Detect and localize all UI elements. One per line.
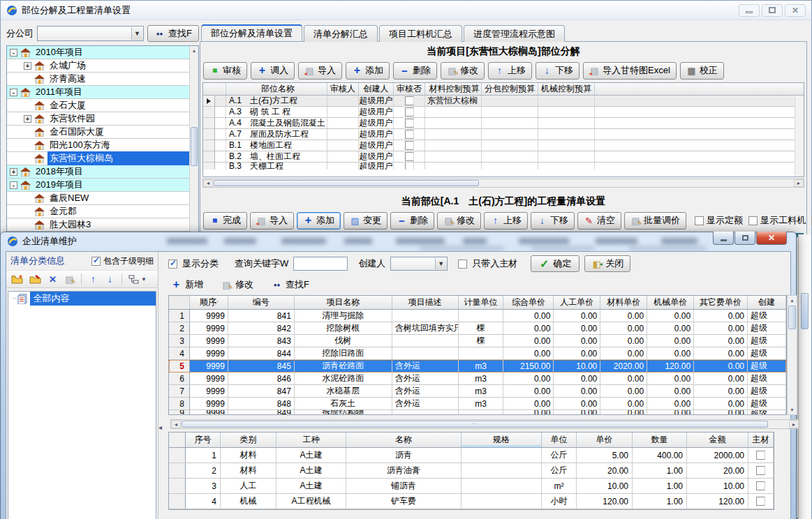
tree-toggle[interactable]: + (10, 168, 17, 176)
column-header[interactable]: 其它费单价 (694, 296, 748, 309)
part-row[interactable]: B.1 楼地面工程 超级用户 (203, 140, 804, 151)
column-header[interactable]: 计量单位 (459, 296, 504, 309)
toolbar-button[interactable]: 上移 (488, 62, 532, 80)
list-row[interactable]: 8 9999 848 石灰土 含外运 m3 0.00 0.00 0.00 0.0… (169, 398, 786, 410)
tree-item[interactable]: + 东营软件园 (7, 112, 198, 126)
list-row[interactable]: 1 9999 841 清理与掘除 0.00 0.00 0.00 0.00 0.0… (169, 310, 786, 322)
list-row[interactable]: 6 9999 846 水泥砼路面 含外运 m3 0.00 0.00 0.00 0… (169, 373, 786, 385)
audit-checkbox[interactable] (405, 107, 414, 116)
tree-toggle[interactable]: - (10, 49, 17, 57)
panel-splitter[interactable]: ◂ (158, 252, 164, 519)
toolbar-button[interactable]: 变更 (344, 212, 387, 230)
row-selector[interactable] (203, 163, 215, 170)
tree-toggle[interactable]: + (24, 62, 31, 70)
main-material-checkbox[interactable] (756, 497, 765, 506)
close-icon[interactable]: ✕ (756, 232, 787, 245)
part-row[interactable]: A.4 混凝土及钢筋混凝土 超级用户 (203, 118, 804, 129)
tree-item[interactable]: 金石大厦 (7, 99, 198, 112)
find-button[interactable]: 查找F (147, 25, 199, 42)
column-header[interactable]: 项目名称 (295, 296, 392, 309)
branch-combobox[interactable]: ▼ (37, 26, 144, 41)
toolbar-button[interactable]: 导入 (250, 212, 294, 230)
toolbar-button[interactable]: 修改 (437, 212, 481, 230)
audit-checkbox[interactable] (405, 96, 414, 105)
close-button[interactable]: 关闭 (584, 255, 630, 272)
maximize-icon[interactable] (762, 4, 783, 17)
tree-toggle[interactable] (24, 221, 31, 229)
detail-row[interactable]: 2 材料 A土建 沥青油膏 公斤 20.00 1.00 20.00 (169, 463, 774, 479)
list-grid-scrollbar[interactable]: ▲ ▼ (787, 295, 797, 415)
row-selector[interactable] (203, 107, 215, 117)
tab[interactable]: 进度管理流程示意图 (464, 25, 565, 42)
tree-item[interactable]: 阳光100东方海 (7, 139, 198, 152)
list-grid-hscrollbar[interactable]: ◄ ► ⋯ (170, 419, 799, 429)
toolbar-button[interactable]: 添加 (346, 62, 390, 80)
toolbar-button[interactable]: 批量调价 (624, 212, 686, 230)
main-material-checkbox[interactable] (756, 481, 765, 490)
edit-document-icon[interactable] (64, 274, 75, 285)
scroll-up-icon[interactable]: ▲ (190, 46, 198, 55)
list-row[interactable]: 9 9999 849 拆除结构物 0.00 0.00 0.00 0.00 0.0… (169, 410, 786, 415)
detail-row[interactable]: 1 材料 A土建 沥青 公斤 5.00 400.00 2000.00 (169, 448, 774, 463)
edit-folder-icon[interactable] (29, 275, 41, 284)
keyword-input[interactable] (293, 257, 348, 271)
audit-checkbox[interactable] (405, 119, 414, 128)
part-row[interactable]: B.3 天棚工程 超级用户 (203, 163, 804, 170)
chevron-down-icon[interactable]: ▼ (435, 258, 446, 269)
tree-toggle[interactable]: - (10, 89, 17, 96)
include-sub-checkbox[interactable] (91, 257, 101, 266)
toolbar-button[interactable]: 导入 (298, 62, 342, 80)
column-header[interactable]: 综合单价 (503, 296, 554, 309)
scroll-down-icon[interactable]: ▼ (788, 405, 797, 414)
column-header[interactable]: 编号 (228, 296, 295, 309)
row-selector[interactable] (203, 129, 215, 140)
only-main-checkbox[interactable] (458, 260, 467, 269)
toolbar-button[interactable]: 完成 (203, 212, 247, 230)
audit-checkbox[interactable] (405, 141, 414, 150)
move-up-icon[interactable] (88, 274, 98, 285)
tab[interactable]: 项目工料机汇总 (379, 25, 462, 42)
column-header[interactable]: 材料单价 (600, 296, 647, 309)
scroll-left-icon[interactable]: ◄ (171, 420, 181, 428)
toolbar-button[interactable]: 调入 (251, 62, 295, 80)
toolbar-button[interactable]: 审核 (203, 62, 247, 80)
tree-item[interactable]: + 2018年项目 (7, 165, 198, 179)
creator-combobox[interactable]: ▼ (390, 257, 448, 271)
tree-toggle[interactable]: - (10, 181, 17, 189)
row-selector[interactable] (203, 96, 215, 106)
tree-toggle[interactable] (24, 195, 31, 202)
tab[interactable]: 部位分解及清单设置 (201, 24, 302, 41)
toolbar-button[interactable]: 导入甘特图Excel (583, 62, 677, 80)
toolbar-button[interactable]: 修改 (441, 62, 485, 80)
main-material-checkbox[interactable] (756, 451, 765, 460)
minimize-icon[interactable] (713, 232, 734, 245)
tree-toggle[interactable] (24, 142, 31, 149)
row-selector[interactable] (203, 151, 215, 162)
row-selector[interactable] (203, 118, 215, 128)
close-icon[interactable]: ✕ (785, 4, 806, 17)
display-option[interactable]: 显示工料机 (748, 214, 806, 227)
tree-root-item[interactable]: ┄ 全部内容 (8, 292, 156, 306)
tree-item[interactable]: 东营恒大棕榈岛 (7, 152, 198, 165)
tree-item[interactable]: - 2011年项目 (7, 86, 198, 99)
tree-item[interactable]: 胜大园林3 (7, 218, 198, 232)
list-row[interactable]: 3 9999 843 伐树 棵 0.00 0.00 0.00 0.00 0.00… (169, 335, 786, 347)
audit-checkbox[interactable] (405, 152, 414, 161)
part-row[interactable]: A.1 土(石)方工程 超级用户 东营恒大棕榈 (203, 96, 804, 107)
toolbar-button[interactable]: 下移 (531, 212, 575, 230)
toolbar-button[interactable]: 新增 (171, 278, 203, 291)
minimize-icon[interactable] (739, 4, 760, 17)
layout-icon[interactable]: ▼ (128, 275, 147, 284)
scroll-right-icon[interactable]: ► (794, 179, 804, 187)
show-category-checkbox[interactable] (168, 260, 177, 269)
scroll-right-icon[interactable]: ► (789, 420, 799, 428)
main-material-checkbox[interactable] (756, 466, 765, 475)
detail-row[interactable]: 3 人工 A土建 铺沥青 m² 10.00 1.00 10.00 (169, 479, 774, 494)
audit-checkbox[interactable] (405, 163, 414, 170)
move-down-icon[interactable] (105, 274, 115, 285)
tree-toggle[interactable] (24, 208, 31, 216)
toolbar-button[interactable]: 修改 (221, 278, 253, 291)
row-selector[interactable] (203, 140, 215, 151)
tree-toggle[interactable] (24, 155, 31, 163)
ok-button[interactable]: 确定 (531, 255, 580, 272)
